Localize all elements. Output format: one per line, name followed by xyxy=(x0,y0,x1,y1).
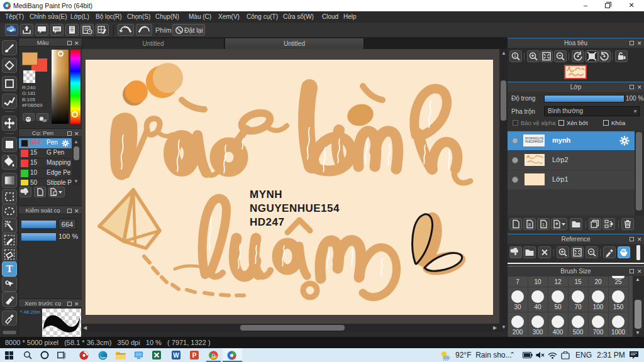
svg-text:HD247: HD247 xyxy=(250,216,284,228)
svg-text:T: T xyxy=(6,263,13,274)
svg-text:HUE154HD24: HUE154HD24 xyxy=(525,140,543,143)
svg-text:1: 1 xyxy=(514,53,516,58)
svg-text:MYNH: MYNH xyxy=(250,189,282,200)
svg-text:1: 1 xyxy=(542,222,545,227)
svg-text:NGUYENHUE154: NGUYENHUE154 xyxy=(250,202,340,214)
svg-text:8: 8 xyxy=(528,222,531,227)
svg-text:W: W xyxy=(173,352,179,359)
svg-text:P: P xyxy=(192,352,197,359)
